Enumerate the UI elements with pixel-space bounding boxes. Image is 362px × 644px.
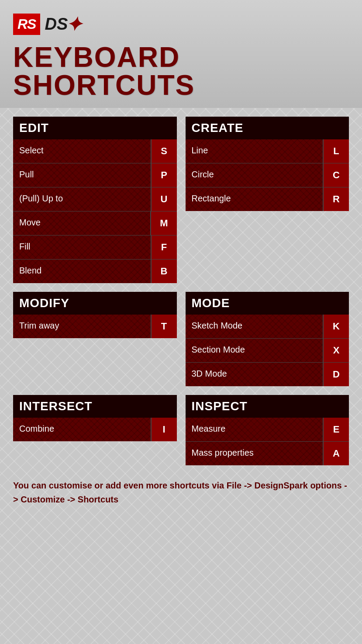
mode-sketch-label: Sketch Mode — [186, 315, 323, 338]
table-row: Rectangle R — [186, 187, 349, 211]
inspect-mass-key: A — [323, 442, 349, 465]
ds-logo: DS✦ — [45, 13, 82, 35]
inspect-section-header: INSPECT — [186, 395, 349, 418]
create-section: CREATE Line L Circle C Rectangle R — [186, 117, 349, 283]
table-row: Circle C — [186, 163, 349, 187]
header: RS DS✦ KEYBOARD SHORTCUTS — [0, 0, 362, 108]
edit-section-header: EDIT — [13, 117, 177, 139]
table-row: Trim away T — [13, 315, 177, 338]
mode-section: MODE Sketch Mode K Section Mode X 3D Mod… — [186, 292, 349, 386]
edit-pull-up-to-label: (Pull) Up to — [13, 187, 151, 211]
mode-sketch-key: K — [323, 315, 349, 338]
edit-fill-label: Fill — [13, 235, 151, 259]
page-title: KEYBOARD SHORTCUTS — [13, 43, 349, 99]
table-row: Measure E — [186, 418, 349, 442]
inspect-mass-label: Mass properties — [186, 442, 323, 465]
create-line-label: Line — [186, 139, 323, 163]
mode-section-label: Section Mode — [186, 339, 323, 362]
modify-section-header: MODIFY — [13, 292, 177, 315]
table-row: Combine I — [13, 418, 177, 441]
intersect-combine-key: I — [151, 418, 177, 441]
table-row: Line L — [186, 139, 349, 163]
table-row: Select S — [13, 139, 177, 163]
footer-text: You can customise or add even more short… — [13, 474, 349, 519]
logo-area: RS DS✦ — [13, 13, 349, 35]
edit-blend-label: Blend — [13, 260, 151, 283]
create-rectangle-label: Rectangle — [186, 187, 323, 211]
edit-move-key: M — [150, 211, 176, 235]
edit-pull-label: Pull — [13, 163, 151, 187]
modify-section: MODIFY Trim away T — [13, 292, 177, 386]
table-row: (Pull) Up to U — [13, 187, 177, 211]
intersect-combine-label: Combine — [13, 418, 151, 441]
inspect-measure-key: E — [323, 418, 349, 441]
edit-move-label: Move — [13, 211, 150, 235]
intersect-section: INTERSECT Combine I — [13, 395, 177, 465]
mode-section-header: MODE — [186, 292, 349, 315]
table-row: Section Mode X — [186, 339, 349, 363]
table-row: Move M — [13, 211, 177, 235]
table-row: Sketch Mode K — [186, 315, 349, 339]
create-circle-label: Circle — [186, 163, 323, 187]
rs-logo: RS — [13, 14, 40, 35]
edit-fill-key: F — [151, 235, 177, 259]
edit-blend-key: B — [151, 260, 177, 283]
inspect-measure-label: Measure — [186, 418, 323, 441]
table-row: 3D Mode D — [186, 363, 349, 386]
edit-section: EDIT Select S Pull P (Pull) Up to U Move… — [13, 117, 177, 283]
intersect-section-header: INTERSECT — [13, 395, 177, 418]
mode-3d-key: D — [323, 363, 349, 386]
table-row: Blend B — [13, 260, 177, 283]
table-row: Fill F — [13, 235, 177, 260]
create-rectangle-key: R — [323, 187, 349, 211]
modify-trim-key: T — [151, 315, 177, 338]
edit-pull-key: P — [151, 163, 177, 187]
edit-select-label: Select — [13, 139, 151, 163]
create-circle-key: C — [323, 163, 349, 187]
modify-trim-label: Trim away — [13, 315, 151, 338]
edit-select-key: S — [151, 139, 177, 163]
edit-pull-up-to-key: U — [151, 187, 177, 211]
table-row: Mass properties A — [186, 442, 349, 465]
main-content: EDIT Select S Pull P (Pull) Up to U Move… — [0, 108, 362, 528]
inspect-section: INSPECT Measure E Mass properties A — [186, 395, 349, 465]
mode-3d-label: 3D Mode — [186, 363, 323, 386]
create-section-header: CREATE — [186, 117, 349, 139]
table-row: Pull P — [13, 163, 177, 187]
create-line-key: L — [323, 139, 349, 163]
mode-section-key: X — [323, 339, 349, 362]
ds-arrow-icon: ✦ — [66, 13, 82, 35]
